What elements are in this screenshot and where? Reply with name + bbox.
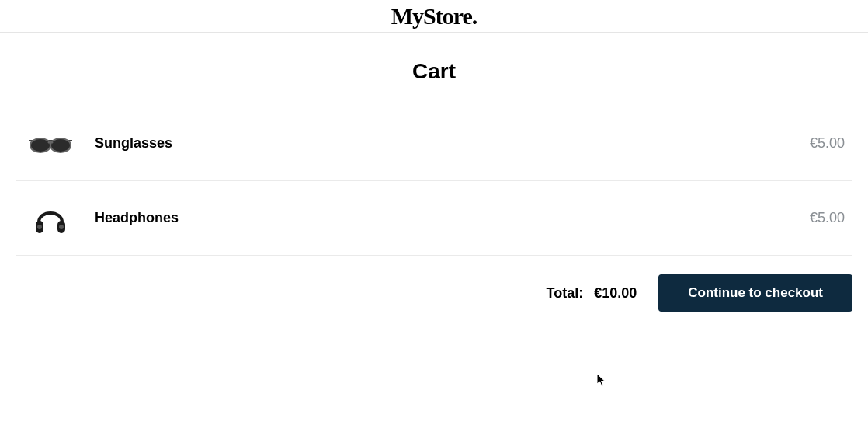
checkout-button[interactable]: Continue to checkout (658, 274, 852, 312)
svg-point-6 (59, 225, 64, 229)
mouse-cursor-icon (596, 373, 607, 387)
cart-container: Cart Sunglasses €5.00 (0, 59, 868, 312)
cart-footer: Total: €10.00 Continue to checkout (16, 274, 852, 312)
svg-point-5 (37, 225, 42, 229)
headphones-icon (23, 191, 78, 246)
cart-list: Sunglasses €5.00 Headphones €5.00 (16, 106, 852, 256)
cart-item-name: Sunglasses (95, 135, 810, 152)
total-value: €10.00 (594, 285, 637, 302)
page-title: Cart (16, 59, 852, 84)
site-header: MyStore. (0, 0, 868, 33)
cart-item-row: Headphones €5.00 (16, 181, 852, 256)
cart-item-price: €5.00 (810, 135, 845, 152)
cart-item-name: Headphones (95, 210, 810, 226)
cart-item-price: €5.00 (810, 210, 845, 226)
total-label: Total: (547, 285, 584, 302)
store-logo[interactable]: MyStore. (391, 5, 477, 28)
svg-point-2 (50, 138, 71, 152)
cart-total: Total: €10.00 (547, 285, 637, 302)
sunglasses-icon (23, 117, 78, 171)
cart-item-row: Sunglasses €5.00 (16, 106, 852, 181)
svg-point-1 (30, 138, 50, 152)
